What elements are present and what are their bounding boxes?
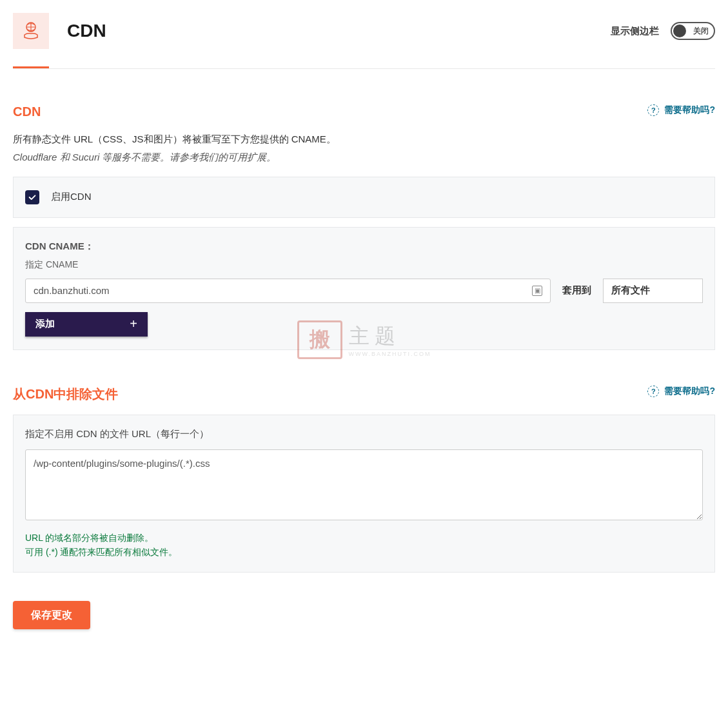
cdn-desc: 所有静态文件 URL（CSS、JS和图片）将被重写至下方您提供的 CNAME。	[13, 131, 715, 148]
plus-icon: +	[130, 317, 137, 331]
cdn-desc-italic: Cloudflare 和 Sucuri 等服务不需要。请参考我们的可用扩展。	[13, 152, 715, 164]
cname-row: cdn.banzhuti.com ▣ 套用到 所有文件	[25, 279, 703, 303]
apply-to-select[interactable]: 所有文件	[603, 279, 703, 303]
apply-to-label: 套用到	[562, 284, 591, 297]
header-right: 显示侧边栏 关闭	[611, 22, 715, 40]
page-header: CDN 显示侧边栏 关闭	[13, 13, 715, 69]
toggle-text: 关闭	[693, 26, 709, 37]
enable-cdn-label: 启用CDN	[51, 191, 92, 203]
enable-cdn-checkbox[interactable]	[25, 190, 39, 204]
input-indicator-icon: ▣	[532, 286, 542, 296]
help-text: 需要帮助吗?	[664, 104, 715, 116]
page-title: CDN	[67, 21, 106, 41]
exclude-panel: 指定不启用 CDN 的文件 URL（每行一个） URL 的域名部分将被自动删除。…	[13, 415, 715, 573]
hint-line-2: 可用 (.*) 通配符来匹配所有相似文件。	[25, 545, 703, 559]
help-icon: ?	[647, 386, 659, 397]
exclude-section-title: 从CDN中排除文件	[13, 386, 118, 403]
save-button[interactable]: 保存更改	[13, 601, 90, 629]
exclude-textarea-label: 指定不启用 CDN 的文件 URL（每行一个）	[25, 428, 703, 440]
toggle-knob	[673, 25, 686, 37]
cname-value: cdn.banzhuti.com	[34, 285, 110, 296]
apply-to-value: 所有文件	[611, 284, 650, 297]
cdn-help-link[interactable]: ? 需要帮助吗?	[647, 104, 715, 116]
help-icon: ?	[647, 104, 659, 116]
exclude-hint: URL 的域名部分将被自动删除。 可用 (.*) 通配符来匹配所有相似文件。	[25, 531, 703, 560]
cdn-icon	[13, 13, 49, 49]
cname-input[interactable]: cdn.banzhuti.com ▣	[25, 279, 551, 303]
exclude-section: 从CDN中排除文件 ? 需要帮助吗? 指定不启用 CDN 的文件 URL（每行一…	[13, 386, 715, 573]
cdn-section-header: CDN ? 需要帮助吗?	[13, 104, 715, 119]
enable-cdn-row: 启用CDN	[25, 190, 703, 204]
cname-panel: CDN CNAME： 指定 CNAME cdn.banzhuti.com ▣ 套…	[13, 227, 715, 350]
exclude-textarea[interactable]	[25, 449, 703, 520]
cdn-section-title: CDN	[13, 104, 41, 119]
hint-line-1: URL 的域名部分将被自动删除。	[25, 531, 703, 545]
watermark-sub: WWW.BANZHUTI.COM	[349, 351, 431, 357]
sidebar-toggle-label: 显示侧边栏	[611, 25, 659, 37]
sidebar-toggle[interactable]: 关闭	[671, 22, 715, 40]
enable-cdn-panel: 启用CDN	[13, 177, 715, 218]
add-button[interactable]: 添加 +	[25, 312, 148, 337]
exclude-help-link[interactable]: ? 需要帮助吗?	[647, 386, 715, 397]
header-left: CDN	[13, 13, 106, 49]
cname-field-sublabel: 指定 CNAME	[25, 259, 703, 271]
help-text: 需要帮助吗?	[664, 386, 715, 397]
cname-field-label: CDN CNAME：	[25, 240, 703, 253]
add-button-label: 添加	[35, 318, 55, 330]
cdn-section: CDN ? 需要帮助吗? 所有静态文件 URL（CSS、JS和图片）将被重写至下…	[13, 104, 715, 350]
exclude-section-header: 从CDN中排除文件 ? 需要帮助吗?	[13, 386, 715, 403]
